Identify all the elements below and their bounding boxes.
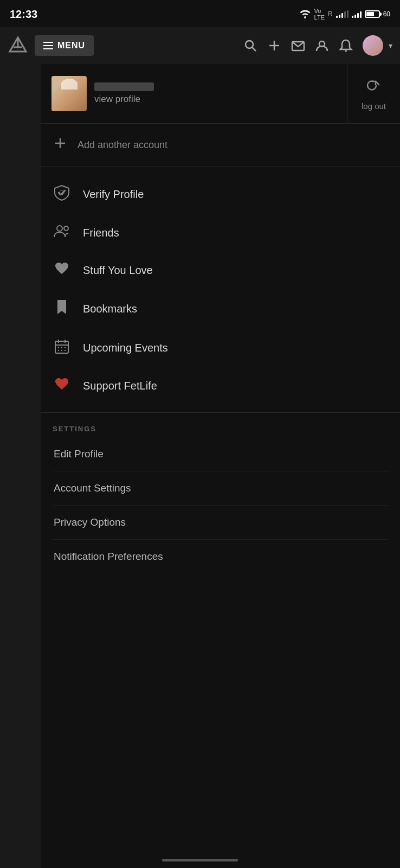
avatar-image xyxy=(51,76,87,111)
svg-line-4 xyxy=(253,48,256,52)
signal-bars-1 xyxy=(336,10,349,18)
add-icon[interactable] xyxy=(267,39,281,53)
wifi-icon xyxy=(299,10,311,18)
settings-section: SETTINGS Edit Profile Account Settings P… xyxy=(41,413,400,579)
logout-icon xyxy=(365,77,382,98)
support-icon xyxy=(53,377,71,395)
menu-item-upcoming-events[interactable]: Upcoming Events xyxy=(41,329,400,367)
menu-button[interactable]: MENU xyxy=(35,35,94,56)
battery-fill xyxy=(366,12,374,16)
stuff-you-love-label: Stuff You Love xyxy=(83,264,153,277)
menu-item-verify-profile[interactable]: Verify Profile xyxy=(41,175,400,214)
view-profile-label[interactable]: view profile xyxy=(94,94,154,105)
menu-items: Verify Profile Friends Stuff You Love xyxy=(41,167,400,413)
top-nav: MENU xyxy=(0,27,400,64)
profile-left[interactable]: view profile xyxy=(41,64,347,123)
verify-profile-label: Verify Profile xyxy=(83,188,144,201)
fetlife-logo xyxy=(8,35,28,56)
home-indicator xyxy=(162,859,238,861)
svg-point-14 xyxy=(57,226,62,231)
support-fetlife-label: Support FetLife xyxy=(83,380,157,392)
dropdown-menu: view profile log out Add another account xyxy=(41,64,400,868)
nav-icons: ▾ xyxy=(243,35,392,56)
signal-bars-2 xyxy=(352,10,362,18)
hamburger-icon xyxy=(43,42,53,49)
logout-label[interactable]: log out xyxy=(362,101,386,111)
profile-avatar xyxy=(51,76,87,111)
status-bar: 12:33 VoLTE R 60 xyxy=(0,0,400,27)
status-time: 12:33 xyxy=(10,8,37,21)
menu-label: MENU xyxy=(57,41,85,50)
battery-percent: 60 xyxy=(383,10,390,18)
heart-icon xyxy=(53,261,71,279)
add-account-label: Add another account xyxy=(78,139,167,151)
menu-item-support-fetlife[interactable]: Support FetLife xyxy=(41,367,400,405)
mail-icon[interactable] xyxy=(291,39,305,53)
chevron-down-icon[interactable]: ▾ xyxy=(389,41,392,50)
menu-item-stuff-you-love[interactable]: Stuff You Love xyxy=(41,252,400,289)
calendar-icon xyxy=(53,339,71,358)
r-signal: R xyxy=(328,10,333,18)
profile-info: view profile xyxy=(94,82,154,105)
settings-item-account-settings[interactable]: Account Settings xyxy=(53,471,388,506)
status-icons: VoLTE R 60 xyxy=(299,8,390,21)
settings-item-privacy-options[interactable]: Privacy Options xyxy=(53,506,388,540)
svg-point-3 xyxy=(246,41,253,48)
profile-username xyxy=(94,82,154,91)
friends-label: Friends xyxy=(83,227,119,239)
friends-icon xyxy=(53,224,71,242)
profile-section: view profile log out xyxy=(41,64,400,124)
battery-icon xyxy=(365,10,380,18)
verify-profile-icon xyxy=(53,184,71,205)
menu-item-bookmarks[interactable]: Bookmarks xyxy=(41,289,400,329)
menu-item-friends[interactable]: Friends xyxy=(41,214,400,252)
settings-item-notification-preferences[interactable]: Notification Preferences xyxy=(53,540,388,573)
add-account-row[interactable]: Add another account xyxy=(41,124,400,167)
user-icon[interactable] xyxy=(315,39,329,53)
bookmark-icon xyxy=(53,299,71,319)
search-icon[interactable] xyxy=(243,39,257,53)
notifications-icon[interactable] xyxy=(339,39,353,53)
settings-header: SETTINGS xyxy=(53,425,388,433)
settings-item-edit-profile[interactable]: Edit Profile xyxy=(53,437,388,471)
bookmarks-label: Bookmarks xyxy=(83,303,137,315)
add-account-icon xyxy=(53,136,68,155)
upcoming-events-label: Upcoming Events xyxy=(83,342,168,354)
sidebar-bg xyxy=(0,64,41,868)
logout-section[interactable]: log out xyxy=(347,64,400,123)
svg-point-15 xyxy=(64,226,68,231)
avatar-nav[interactable] xyxy=(363,35,383,56)
volte-icon: VoLTE xyxy=(314,8,325,21)
